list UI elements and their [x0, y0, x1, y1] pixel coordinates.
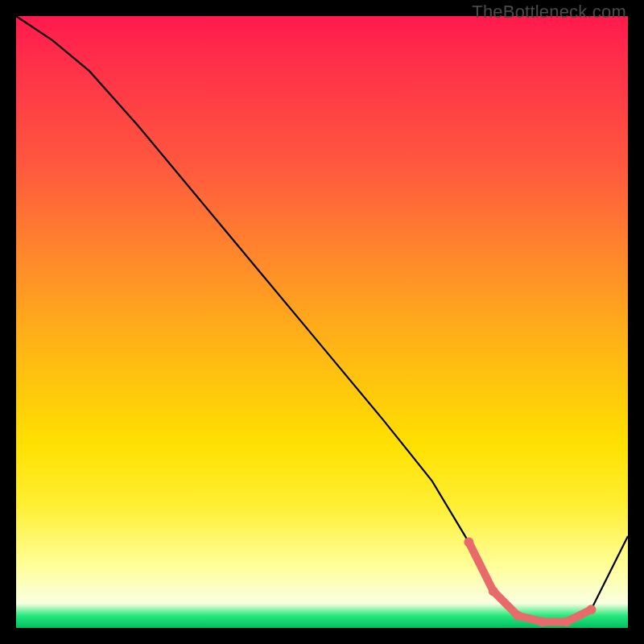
chart-svg — [16, 16, 628, 628]
highlight-dot — [562, 617, 572, 626]
highlight-dot — [586, 605, 596, 614]
highlight-dot — [489, 586, 498, 596]
highlight-dot — [464, 538, 473, 547]
bottleneck-curve — [16, 16, 628, 621]
highlight-band — [469, 543, 591, 622]
highlight-dot — [538, 617, 547, 626]
highlight-dot — [513, 611, 522, 621]
